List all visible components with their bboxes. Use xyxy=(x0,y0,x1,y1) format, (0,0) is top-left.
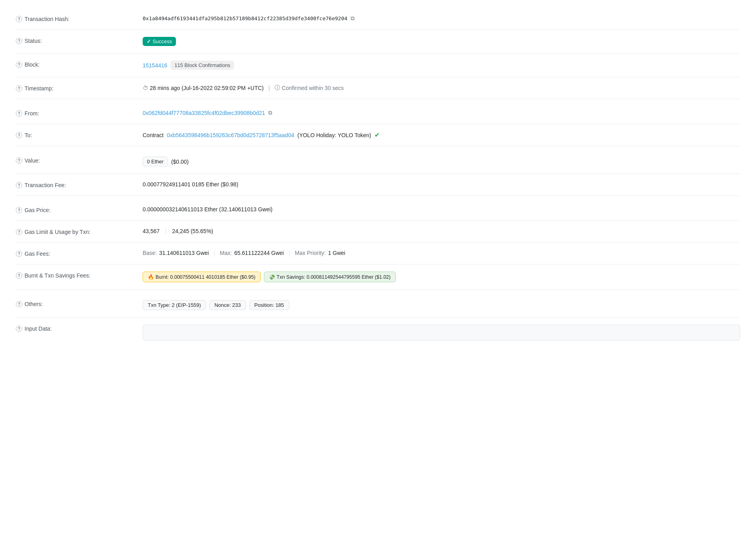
to-label-col: ? To: xyxy=(16,131,143,138)
block-number-link[interactable]: 15154416 xyxy=(143,62,167,69)
gas-usage-value: 24,245 (55.65%) xyxy=(172,228,213,234)
from-label: From: xyxy=(25,110,39,117)
to-value-col: Contract 0xb5643598496b159263c67bd0d2572… xyxy=(143,131,740,139)
help-icon-gas-limit[interactable]: ? xyxy=(16,229,22,235)
timestamp-value-col: ⏱ 28 mins ago (Jul-16-2022 02:59:02 PM +… xyxy=(143,84,740,92)
timestamp-divider: | xyxy=(269,85,270,91)
gas-price-value: 0.000000032140611013 Ether (32.140611013… xyxy=(143,206,273,212)
transaction-hash-label-col: ? Transaction Hash: xyxy=(16,15,143,22)
help-icon-hash[interactable]: ? xyxy=(16,16,22,22)
help-icon-to[interactable]: ? xyxy=(16,132,22,138)
status-badge: Success xyxy=(143,37,176,46)
block-row: ? Block: 15154416 115 Block Confirmation… xyxy=(16,54,740,77)
gas-fees-label: Gas Fees: xyxy=(25,251,50,257)
gas-fees-value-col: Base: 31.140611013 Gwei | Max: 65.611122… xyxy=(143,250,740,256)
nonce-badge: Nonce: 233 xyxy=(209,300,246,310)
gas-pipe-3: | xyxy=(288,250,290,256)
gas-fees-label-col: ? Gas Fees: xyxy=(16,250,143,257)
input-data-area xyxy=(143,325,740,341)
gas-max-value: 65.611122244 Gwei xyxy=(234,250,284,256)
timestamp-label: Timestamp: xyxy=(25,85,53,92)
spacer-2 xyxy=(16,146,740,149)
from-address-link[interactable]: 0x062fd044f77708a33825fc4f02dbec39908b0d… xyxy=(143,110,265,116)
to-prefix: Contract xyxy=(143,132,164,138)
gas-limit-value-col: 43,567 | 24,245 (55.65%) xyxy=(143,228,740,234)
gas-fees-row: ? Gas Fees: Base: 31.140611013 Gwei | Ma… xyxy=(16,243,740,264)
value-usd: ($0.00) xyxy=(171,159,189,165)
gas-max-label: Max: xyxy=(220,250,232,256)
value-label: Value: xyxy=(25,157,40,164)
copy-hash-icon[interactable]: ⧉ xyxy=(351,15,355,22)
burnt-label-col: ? Burnt & Txn Savings Fees: xyxy=(16,272,143,279)
timestamp-row: ? Timestamp: ⏱ 28 mins ago (Jul-16-2022 … xyxy=(16,77,740,99)
gas-limit-row: ? Gas Limit & Usage by Txn: 43,567 | 24,… xyxy=(16,221,740,243)
burnt-label: Burnt & Txn Savings Fees: xyxy=(25,272,90,279)
fee-label-col: ? Transaction Fee: xyxy=(16,181,143,188)
help-icon-input-data[interactable]: ? xyxy=(16,325,22,332)
help-icon-fee[interactable]: ? xyxy=(16,182,22,188)
gas-priority-value: 1 Gwei xyxy=(328,250,346,256)
value-label-col: ? Value: xyxy=(16,157,143,164)
from-row: ? From: 0x062fd044f77708a33825fc4f02dbec… xyxy=(16,102,740,124)
fee-value-col: 0.00077924911401 0185 Ether ($0.98) xyxy=(143,181,740,188)
gas-base-label: Base: xyxy=(143,250,157,256)
verified-icon: ✔ xyxy=(374,131,380,139)
status-label-col: ? Status: xyxy=(16,37,143,44)
help-icon-burnt[interactable]: ? xyxy=(16,272,22,279)
others-row: ? Others: Txn Type: 2 (EIP-1559) Nonce: … xyxy=(16,293,740,318)
gas-price-label: Gas Price: xyxy=(25,207,50,213)
info-icon-confirmed: ⓘ xyxy=(275,84,280,92)
others-label-col: ? Others: xyxy=(16,300,143,307)
timestamp-label-col: ? Timestamp: xyxy=(16,84,143,92)
help-icon-from[interactable]: ? xyxy=(16,110,22,117)
spacer-1 xyxy=(16,99,740,102)
to-contract-name: (YOLO Holiday: YOLO Token) xyxy=(297,132,371,138)
block-label-col: ? Block: xyxy=(16,61,143,68)
help-icon-block[interactable]: ? xyxy=(16,61,22,68)
transaction-hash-row: ? Transaction Hash: 0x1a8494adf6193441df… xyxy=(16,8,740,30)
help-icon-timestamp[interactable]: ? xyxy=(16,85,22,92)
help-icon-gas-price[interactable]: ? xyxy=(16,207,22,213)
gas-limit-label-col: ? Gas Limit & Usage by Txn: xyxy=(16,228,143,235)
to-row: ? To: Contract 0xb5643598496b159263c67bd… xyxy=(16,124,740,146)
spacer-3 xyxy=(16,196,740,199)
clock-icon: ⏱ xyxy=(143,85,148,91)
help-icon-status[interactable]: ? xyxy=(16,38,22,44)
status-row: ? Status: Success xyxy=(16,30,740,54)
block-value-col: 15154416 115 Block Confirmations xyxy=(143,61,740,70)
to-label: To: xyxy=(25,132,32,138)
burnt-badge: 🔥 Burnt: 0.00075500411 4010185 Ether ($0… xyxy=(143,272,261,282)
txn-type-badge: Txn Type: 2 (EIP-1559) xyxy=(143,300,206,310)
value-value-col: 0 Ether ($0.00) xyxy=(143,157,740,167)
gas-priority-label: Max Priority: xyxy=(295,250,326,256)
others-value-col: Txn Type: 2 (EIP-1559) Nonce: 233 Positi… xyxy=(143,300,740,310)
burnt-row: ? Burnt & Txn Savings Fees: 🔥 Burnt: 0.0… xyxy=(16,264,740,290)
block-confirmations-badge: 115 Block Confirmations xyxy=(170,61,234,70)
value-row: ? Value: 0 Ether ($0.00) xyxy=(16,149,740,174)
gas-base-value: 31.140611013 Gwei xyxy=(159,250,209,256)
gas-price-row: ? Gas Price: 0.000000032140611013 Ether … xyxy=(16,199,740,221)
transaction-hash-value: 0x1a8494adf6193441dfa295b812b57189b8412c… xyxy=(143,15,347,21)
input-data-label: Input Data: xyxy=(25,325,52,332)
others-label: Others: xyxy=(25,301,43,307)
savings-badge: 💸 Txn Savings: 0.000811492544795595 Ethe… xyxy=(264,272,396,282)
gas-price-value-col: 0.000000032140611013 Ether (32.140611013… xyxy=(143,206,740,212)
input-data-value-col xyxy=(143,325,740,341)
help-icon-value[interactable]: ? xyxy=(16,157,22,164)
burnt-value-col: 🔥 Burnt: 0.00075500411 4010185 Ether ($0… xyxy=(143,272,740,282)
block-label: Block: xyxy=(25,61,40,68)
help-icon-others[interactable]: ? xyxy=(16,301,22,307)
help-icon-gas-fees[interactable]: ? xyxy=(16,251,22,257)
fee-row: ? Transaction Fee: 0.00077924911401 0185… xyxy=(16,174,740,196)
from-value-col: 0x062fd044f77708a33825fc4f02dbec39908b0d… xyxy=(143,109,740,116)
input-data-label-col: ? Input Data: xyxy=(16,325,143,332)
transaction-detail-page: ? Transaction Hash: 0x1a8494adf6193441df… xyxy=(0,0,756,356)
copy-from-icon[interactable]: ⧉ xyxy=(268,109,272,116)
timestamp-ago: ⏱ 28 mins ago (Jul-16-2022 02:59:02 PM +… xyxy=(143,85,264,91)
input-data-row: ? Input Data: xyxy=(16,318,740,348)
status-label: Status: xyxy=(25,38,42,44)
to-address-link[interactable]: 0xb5643598496b159263c67bd0d25728713f5aad… xyxy=(167,132,294,138)
gas-limit-value: 43,567 xyxy=(143,228,160,234)
position-badge: Position: 185 xyxy=(249,300,289,310)
gas-limit-label: Gas Limit & Usage by Txn: xyxy=(25,229,90,235)
